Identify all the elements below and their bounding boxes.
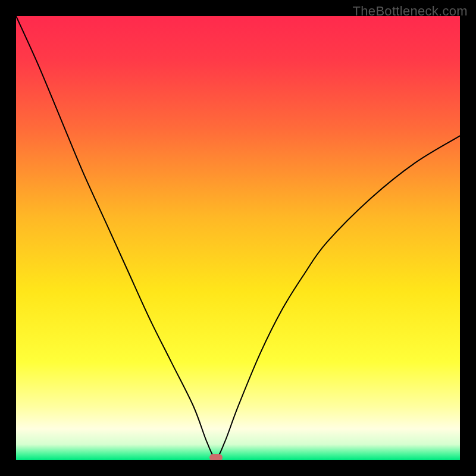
chart-frame: TheBottleneck.com bbox=[0, 0, 476, 476]
plot-area bbox=[16, 16, 460, 460]
watermark-text: TheBottleneck.com bbox=[353, 4, 468, 19]
optimal-point-marker bbox=[209, 454, 223, 460]
bottleneck-curve bbox=[16, 16, 460, 460]
